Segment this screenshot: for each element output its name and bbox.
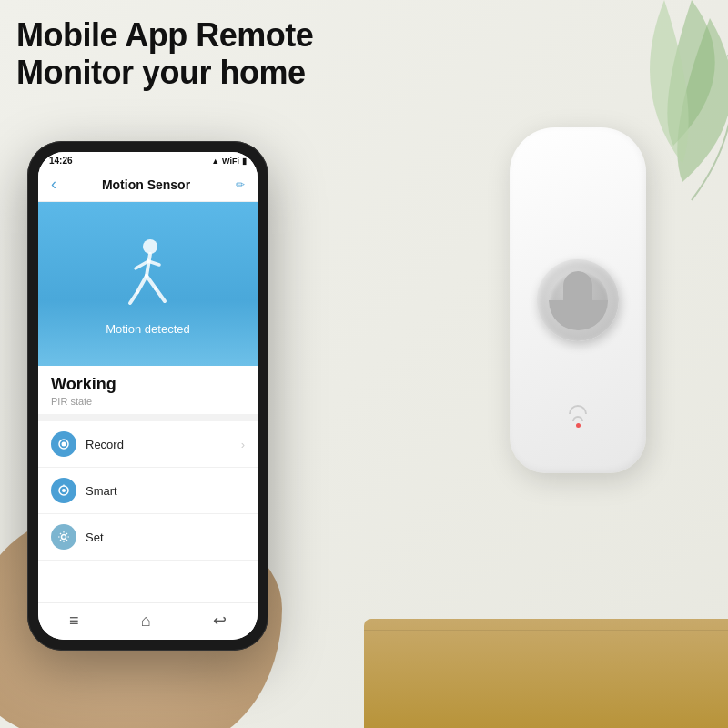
signal-icon: ▲ <box>211 157 219 166</box>
app-header: ‹ Motion Sensor ✏ <box>38 169 258 202</box>
svg-point-9 <box>62 442 66 447</box>
motion-detected-area: Motion detected <box>38 202 258 366</box>
status-bar: 14:26 ▲ WiFi ▮ <box>38 152 258 169</box>
menu-item-set[interactable]: Set <box>38 514 258 561</box>
status-icons: ▲ WiFi ▮ <box>211 157 247 166</box>
wifi-dot <box>576 423 581 428</box>
motion-sensor-device <box>510 127 655 528</box>
phone-container: 14:26 ▲ WiFi ▮ ‹ Motion Sensor ✏ <box>27 141 268 651</box>
wifi-arc-large <box>569 405 587 414</box>
sensor-segment-top <box>563 271 593 301</box>
sensor-segment-right <box>578 300 608 330</box>
sensor-inner <box>549 271 608 330</box>
motion-figure <box>116 233 180 315</box>
chevron-right-icon: › <box>241 438 245 451</box>
wifi-indicator <box>569 405 587 428</box>
sensor-segments <box>549 271 608 330</box>
main-heading: Mobile App Remote Monitor your home <box>16 16 313 92</box>
smart-label: Smart <box>86 484 245 498</box>
edit-button[interactable]: ✏ <box>236 178 245 191</box>
wood-grain <box>364 630 728 631</box>
pir-state-label: PIR state <box>51 396 245 407</box>
phone-body: 14:26 ▲ WiFi ▮ ‹ Motion Sensor ✏ <box>27 141 268 651</box>
battery-icon: ▮ <box>242 157 247 166</box>
svg-line-7 <box>156 288 165 301</box>
person-icon <box>121 238 176 310</box>
heading-line1: Mobile App Remote <box>16 16 313 54</box>
set-label: Set <box>86 531 245 544</box>
device-body <box>510 127 646 473</box>
motion-detected-text: Motion detected <box>106 322 190 336</box>
settings-icon <box>51 524 76 550</box>
sensor-segment-left <box>549 300 579 330</box>
app-title: Motion Sensor <box>102 177 190 192</box>
record-label: Record <box>86 438 232 451</box>
sensor-lens <box>537 259 619 341</box>
phone-screen: 14:26 ▲ WiFi ▮ ‹ Motion Sensor ✏ <box>38 152 258 640</box>
svg-line-5 <box>130 292 137 303</box>
svg-point-13 <box>62 535 66 540</box>
status-time: 14:26 <box>49 156 73 166</box>
heading-line2: Monitor your home <box>16 54 313 91</box>
svg-line-4 <box>137 276 147 292</box>
status-card: Working PIR state <box>38 366 258 421</box>
svg-point-11 <box>62 489 66 492</box>
back-button[interactable]: ‹ <box>51 175 56 194</box>
smart-icon <box>51 478 76 503</box>
svg-line-6 <box>147 276 156 288</box>
home-nav-icon[interactable]: ⌂ <box>141 612 151 631</box>
menu-item-record[interactable]: Record › <box>38 421 258 468</box>
record-icon <box>51 431 76 457</box>
working-status: Working <box>51 375 245 394</box>
menu-list: Record › Smart <box>38 421 258 602</box>
menu-nav-icon[interactable]: ≡ <box>69 612 79 631</box>
phone-nav-bar: ≡ ⌂ ↩ <box>38 602 258 640</box>
svg-point-0 <box>143 239 157 254</box>
menu-item-smart[interactable]: Smart <box>38 468 258 514</box>
svg-line-1 <box>147 254 150 276</box>
back-nav-icon[interactable]: ↩ <box>213 611 227 631</box>
wifi-arc-small <box>572 416 583 421</box>
wifi-icon: WiFi <box>222 157 239 166</box>
wood-surface <box>364 619 728 728</box>
